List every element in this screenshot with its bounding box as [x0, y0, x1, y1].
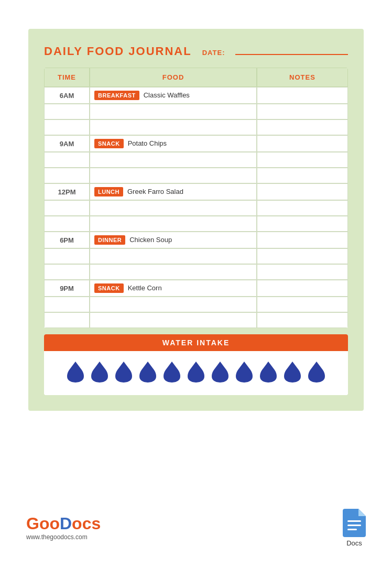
time-cell-4: 9PM [44, 280, 90, 297]
col-notes: NOTES [257, 68, 348, 87]
food-cell-2: LUNCHGreek Farro Salad [90, 183, 257, 200]
blank-food-1-1 [90, 168, 257, 183]
logo-section: GooDocs www.thegoodocs.com [26, 515, 101, 541]
notes-cell-0 [257, 87, 348, 104]
meal-badge-0: BREAKFAST [94, 91, 139, 100]
food-name-1: Potato Chips [128, 139, 167, 147]
water-drop-3[interactable] [138, 361, 157, 386]
svg-rect-0 [347, 520, 361, 522]
blank-notes-2-0 [257, 200, 348, 216]
blank-time-0-1 [44, 119, 90, 135]
journal-title: DAILY FOOD JOURNAL [44, 45, 192, 58]
water-drop-7[interactable] [235, 361, 254, 386]
blank-food-1-0 [90, 152, 257, 168]
blank-time-4-1 [44, 312, 90, 328]
food-cell-0: BREAKFASTClassic Waffles [90, 87, 257, 104]
blank-food-3-0 [90, 248, 257, 264]
logo[interactable]: GooDocs [26, 515, 101, 532]
meal-badge-1: SNACK [94, 139, 124, 148]
notes-cell-1 [257, 135, 348, 152]
blank-food-3-1 [90, 264, 257, 280]
blank-food-0-1 [90, 119, 257, 135]
water-drop-5[interactable] [187, 361, 205, 386]
blank-notes-1-1 [257, 168, 348, 183]
journal-card: DAILY FOOD JOURNAL DATE: TIME FOOD NOTES… [28, 29, 364, 411]
water-drop-10[interactable] [307, 361, 326, 386]
docs-icon: Docs [343, 509, 366, 547]
food-name-3: Chicken Soup [129, 236, 172, 244]
page-wrapper: DAILY FOOD JOURNAL DATE: TIME FOOD NOTES… [0, 0, 392, 568]
blank-time-3-1 [44, 264, 90, 280]
food-table: TIME FOOD NOTES 6AMBREAKFASTClassic Waff… [44, 68, 348, 328]
footer: GooDocs www.thegoodocs.com Docs [0, 493, 392, 558]
blank-time-4-0 [44, 297, 90, 312]
blank-food-4-1 [90, 312, 257, 328]
blank-notes-3-0 [257, 248, 348, 264]
docs-icon-svg [343, 509, 366, 537]
blank-food-0-0 [90, 104, 257, 119]
date-label: DATE: [202, 49, 225, 57]
time-cell-2: 12PM [44, 183, 90, 200]
water-drop-8[interactable] [259, 361, 278, 386]
blank-food-4-0 [90, 297, 257, 312]
logo-url: www.thegoodocs.com [26, 533, 101, 541]
blank-notes-2-1 [257, 216, 348, 232]
blank-time-2-1 [44, 216, 90, 232]
blank-time-1-1 [44, 168, 90, 183]
water-drop-6[interactable] [211, 361, 230, 386]
water-drops-container [44, 351, 348, 395]
food-name-0: Classic Waffles [144, 91, 190, 99]
date-line [235, 54, 348, 55]
meal-badge-2: LUNCH [94, 187, 123, 196]
blank-time-0-0 [44, 104, 90, 119]
meal-badge-3: DINNER [94, 235, 125, 245]
water-drop-4[interactable] [162, 361, 181, 386]
food-cell-4: SNACKKettle Corn [90, 280, 257, 297]
blank-notes-4-1 [257, 312, 348, 328]
water-drop-2[interactable] [114, 361, 133, 386]
food-name-4: Kettle Corn [128, 284, 162, 292]
journal-header: DAILY FOOD JOURNAL DATE: [44, 45, 348, 58]
notes-cell-3 [257, 232, 348, 248]
blank-notes-1-0 [257, 152, 348, 168]
blank-food-2-0 [90, 200, 257, 216]
blank-notes-4-0 [257, 297, 348, 312]
water-section: WATER INTAKE [44, 334, 348, 395]
blank-notes-0-1 [257, 119, 348, 135]
time-cell-0: 6AM [44, 87, 90, 104]
water-intake-header: WATER INTAKE [44, 334, 348, 351]
blank-food-2-1 [90, 216, 257, 232]
time-cell-3: 6PM [44, 232, 90, 248]
notes-cell-4 [257, 280, 348, 297]
water-drop-9[interactable] [283, 361, 302, 386]
meal-badge-4: SNACK [94, 283, 124, 293]
blank-notes-3-1 [257, 264, 348, 280]
notes-cell-2 [257, 183, 348, 200]
blank-time-1-0 [44, 152, 90, 168]
blank-time-3-0 [44, 248, 90, 264]
blank-time-2-0 [44, 200, 90, 216]
water-drop-1[interactable] [90, 361, 109, 386]
col-food: FOOD [90, 68, 257, 87]
svg-rect-1 [347, 525, 361, 526]
svg-rect-2 [347, 529, 357, 530]
col-time: TIME [44, 68, 90, 87]
blank-notes-0-0 [257, 104, 348, 119]
food-name-2: Greek Farro Salad [127, 188, 183, 195]
food-cell-1: SNACKPotato Chips [90, 135, 257, 152]
time-cell-1: 9AM [44, 135, 90, 152]
docs-icon-shape [343, 509, 366, 537]
food-cell-3: DINNERChicken Soup [90, 232, 257, 248]
water-drop-0[interactable] [66, 361, 85, 386]
docs-label: Docs [346, 539, 362, 547]
